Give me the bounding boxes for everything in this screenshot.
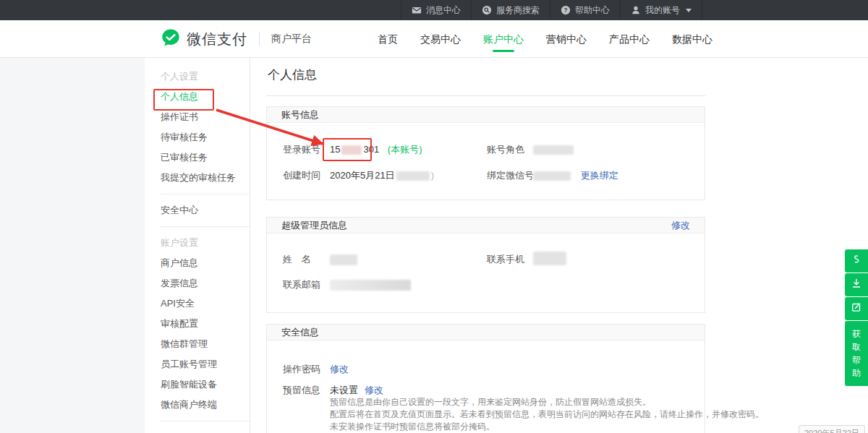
login-account-value: 15301 (本账号) (330, 142, 422, 157)
link-icon (851, 254, 862, 268)
sidebar-item-operation-certificate[interactable]: 操作证书 (145, 107, 250, 127)
brand-platform-label: 商户平台 (271, 33, 312, 46)
edit-icon (851, 301, 862, 316)
merchant-platform-page: 消息中心 服务商搜索 ? 帮助中心 我的账号 (0, 0, 868, 433)
description-line: 配置后将在首页及充值页面显示。若未看到预留信息，表明当前访问的网站存在风险，请终… (330, 408, 764, 421)
sidebar-section-personal-settings: 个人设置 (145, 67, 250, 87)
sidebar-divider (161, 226, 250, 227)
sidebar-divider (161, 421, 250, 421)
brand: 微信支付 商户平台 (161, 20, 312, 58)
bound-wechat-label: 绑定微信号 (487, 168, 534, 183)
reserved-info-label: 预留信息 (283, 383, 320, 398)
user-icon (631, 5, 641, 15)
float-download-button[interactable] (845, 273, 868, 296)
current-account-note: (本账号) (388, 144, 422, 155)
created-time-label: 创建时间 (283, 168, 320, 183)
change-binding-link[interactable]: 更换绑定 (581, 170, 618, 181)
date-tooltip: 2020年5月22日 (799, 425, 865, 433)
sidebar-item-review-config[interactable]: 审核配置 (145, 314, 250, 334)
redacted-wechat-id (533, 171, 571, 181)
redacted-name (330, 254, 357, 265)
redacted-created-detail (396, 171, 430, 181)
login-account-label: 登录账号 (283, 142, 320, 157)
sidebar: 个人设置 个人信息 操作证书 待审核任务 已审核任务 我提交的审核任务 安全中心… (145, 58, 250, 433)
redacted-phone (533, 252, 566, 265)
page-title: 个人信息 (268, 67, 317, 83)
redacted-account-role (533, 145, 574, 155)
nav-product-center[interactable]: 产品中心 (609, 20, 650, 58)
super-admin-edit-link[interactable]: 修改 (671, 218, 690, 233)
super-admin-card-title: 超级管理员信息 (281, 218, 347, 233)
topbar: 消息中心 服务商搜索 ? 帮助中心 我的账号 (0, 0, 868, 20)
name-value (330, 252, 357, 267)
brand-divider (259, 33, 260, 46)
contact-email-label: 联系邮箱 (283, 278, 320, 292)
brand-name: 微信支付 (187, 30, 247, 49)
get-help-button[interactable]: 获取帮助 (845, 321, 868, 386)
description-line: 未安装操作证书时预留信息将被部分掩码。 (330, 421, 764, 433)
get-help-label: 获取帮助 (851, 327, 861, 380)
sidebar-item-security-center[interactable]: 安全中心 (145, 200, 250, 220)
contact-phone-value (533, 251, 566, 265)
sidebar-item-my-submitted-review-tasks[interactable]: 我提交的审核任务 (145, 168, 250, 188)
redacted-login-middle (341, 145, 362, 155)
super-admin-card: 超级管理员信息 修改 姓 名 联系手机 联系邮箱 (266, 217, 705, 313)
nav-data-center[interactable]: 数据中心 (672, 20, 712, 58)
description-line: 预留信息是由你自己设置的一段文字，用来鉴定网站身份，防止假冒网站造成损失。 (330, 396, 764, 408)
topbar-item-label: 帮助中心 (575, 4, 610, 17)
topbar-item-label: 消息中心 (426, 4, 461, 17)
float-link-button[interactable] (845, 249, 868, 273)
left-gutter (0, 58, 145, 433)
contact-email-value (330, 278, 411, 292)
nav-account-center[interactable]: 账户中心 (483, 20, 524, 58)
sidebar-item-invoice-info[interactable]: 发票信息 (145, 273, 250, 293)
search-icon (482, 5, 492, 15)
sidebar-item-personal-info[interactable]: 个人信息 (145, 87, 250, 107)
account-role-label: 账号角色 (487, 142, 524, 157)
security-info-card-title: 安全信息 (281, 325, 319, 340)
sidebar-item-merchant-info[interactable]: 商户信息 (145, 253, 250, 273)
topbar-help-center[interactable]: ? 帮助中心 (550, 0, 620, 20)
sidebar-item-api-security[interactable]: API安全 (145, 293, 250, 314)
operation-password-label: 操作密码 (283, 362, 320, 377)
created-time-value: 2020年5月21日) (330, 168, 434, 183)
sidebar-section-account-settings: 账户设置 (145, 233, 250, 253)
operation-password-edit-link[interactable]: 修改 (330, 362, 349, 377)
main-content: 个人信息 账号信息 登录账号 15301 (本账号) 账号角色 创建时间 202… (266, 58, 705, 433)
reserved-info-description: 预留信息是由你自己设置的一段文字，用来鉴定网站身份，防止假冒网站造成损失。 配置… (330, 396, 764, 433)
account-info-card-title: 账号信息 (281, 107, 319, 123)
reserved-info-value: 未设置 (330, 383, 358, 398)
sidebar-item-pending-review-tasks[interactable]: 待审核任务 (145, 127, 250, 147)
sidebar-item-reviewed-tasks[interactable]: 已审核任务 (145, 147, 250, 168)
security-info-card: 安全信息 操作密码 修改 预留信息 未设置 修改 预留信息是由你自己设置的一段文… (266, 324, 705, 433)
wechat-pay-logo-icon (161, 27, 181, 51)
sidebar-item-face-recognition-device[interactable]: 刷脸智能设备 (145, 374, 250, 395)
name-label: 姓 名 (283, 252, 311, 267)
reserved-info-edit-link[interactable]: 修改 (365, 383, 383, 398)
help-icon: ? (561, 5, 571, 15)
nav-marketing-center[interactable]: 营销中心 (546, 20, 587, 58)
topbar-service-provider-search[interactable]: 服务商搜索 (471, 0, 550, 20)
account-role-value (533, 142, 574, 157)
topbar-item-label: 我的账号 (645, 4, 680, 17)
header: 微信支付 商户平台 首页 交易中心 账户中心 营销中心 产品中心 数据中心 (0, 20, 868, 58)
message-icon (412, 5, 422, 15)
chevron-down-icon (686, 9, 692, 12)
account-info-card: 账号信息 登录账号 15301 (本账号) 账号角色 创建时间 2020年5月2… (266, 106, 705, 200)
topbar-item-label: 服务商搜索 (496, 4, 540, 17)
sidebar-item-wechat-merchant-terminal[interactable]: 微信商户终端 (145, 395, 250, 415)
sidebar-item-wechat-group-management[interactable]: 微信群管理 (145, 334, 250, 354)
download-icon (851, 278, 862, 292)
nav-transaction-center[interactable]: 交易中心 (420, 20, 461, 58)
contact-phone-label: 联系手机 (487, 252, 524, 267)
topbar-message-center[interactable]: 消息中心 (401, 0, 471, 20)
topbar-my-account[interactable]: 我的账号 (620, 0, 702, 20)
main-nav: 首页 交易中心 账户中心 营销中心 产品中心 数据中心 (378, 20, 712, 58)
sidebar-divider (161, 194, 250, 194)
bound-wechat-value: 更换绑定 (533, 168, 618, 183)
sidebar-item-staff-account-management[interactable]: 员工账号管理 (145, 354, 250, 374)
float-help-widget: 获取帮助 (845, 249, 868, 386)
svg-text:?: ? (563, 7, 567, 14)
float-feedback-button[interactable] (845, 297, 868, 320)
nav-home[interactable]: 首页 (378, 20, 398, 58)
